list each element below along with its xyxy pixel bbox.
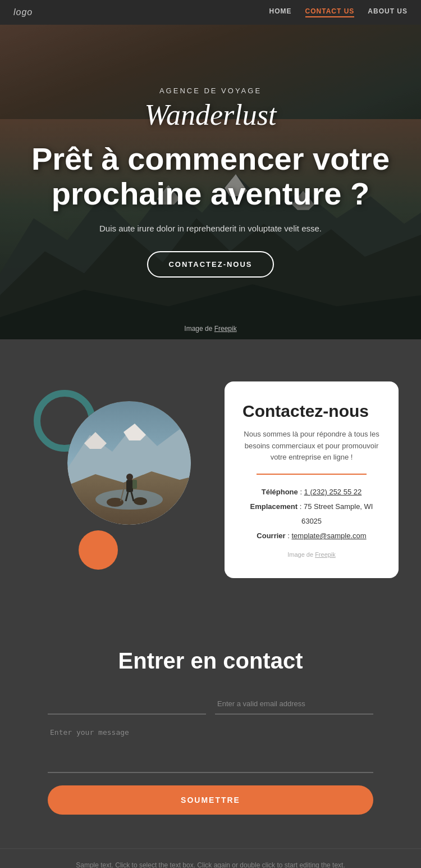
hero-section: AGENCE DE VOYAGE Wanderlust Prêt à comme… (0, 25, 421, 339)
contact-info: Téléphone : 1 (232) 252 55 22 Emplacemen… (242, 485, 381, 543)
nav-link-about[interactable]: ABOUT US (368, 7, 408, 17)
form-title: Entrer en contact (118, 648, 303, 674)
contact-section: Contactez-nous Nous sommes là pour répon… (0, 339, 421, 620)
hero-subtitle: AGENCE DE VOYAGE (159, 87, 262, 95)
contact-divider (257, 474, 367, 475)
decorative-circle-orange (79, 530, 118, 570)
contact-image-credit: Image de Freepik (242, 551, 381, 558)
message-textarea[interactable] (48, 722, 373, 773)
contact-left (22, 373, 202, 587)
nav-link-contact[interactable]: CONTACT US (305, 7, 355, 17)
footer-text: Sample text. Click to select the text bo… (22, 860, 399, 868)
svg-rect-18 (132, 480, 137, 489)
contact-card-title: Contactez-nous (242, 402, 381, 421)
svg-rect-16 (126, 480, 133, 492)
nav-logo: logo (13, 7, 33, 17)
name-input[interactable] (48, 694, 206, 715)
contact-card-description: Nous sommes là pour répondre à tous les … (242, 429, 381, 463)
hero-title: Prêt à commencer votre prochaine aventur… (22, 142, 399, 211)
nav-link-home[interactable]: HOME (269, 7, 292, 17)
email-input[interactable] (215, 694, 373, 715)
hero-description: Duis aute irure dolor in reprehenderit i… (99, 224, 322, 233)
hero-image-credit: Image de Freepik (184, 325, 236, 333)
contact-phone: Téléphone : 1 (232) 252 55 22 (242, 485, 381, 499)
hero-brand: Wanderlust (145, 98, 277, 131)
contact-inner: Contactez-nous Nous sommes là pour répon… (22, 373, 399, 587)
contact-location: Emplacement : 75 Street Sample, WI 63025 (242, 499, 381, 529)
footer: Sample text. Click to select the text bo… (0, 848, 421, 868)
submit-button[interactable]: SOUMETTRE (48, 785, 373, 815)
contact-phone-link[interactable]: 1 (232) 252 55 22 (304, 488, 362, 496)
contact-card: Contactez-nous Nous sommes là pour répon… (225, 381, 399, 578)
svg-point-15 (134, 497, 147, 505)
form-section: Entrer en contact SOUMETTRE (0, 620, 421, 848)
form-name-email-row (48, 694, 373, 715)
contact-photo (67, 401, 191, 525)
contact-email-link[interactable]: template@sample.com (292, 531, 367, 540)
hero-credit-link[interactable]: Freepik (214, 325, 237, 333)
hero-cta-button[interactable]: CONTACTEZ-NOUS (147, 251, 273, 278)
svg-point-13 (95, 489, 163, 510)
nav-links: HOME CONTACT US ABOUT US (269, 7, 408, 17)
contact-email: Courrier : template@sample.com (242, 529, 381, 543)
svg-point-17 (126, 474, 133, 480)
contact-location-value: 75 Street Sample, WI 63025 (301, 502, 373, 525)
navbar: logo HOME CONTACT US ABOUT US (0, 0, 421, 25)
hero-content: AGENCE DE VOYAGE Wanderlust Prêt à comme… (0, 87, 421, 277)
contact-credit-link[interactable]: Freepik (315, 551, 336, 558)
